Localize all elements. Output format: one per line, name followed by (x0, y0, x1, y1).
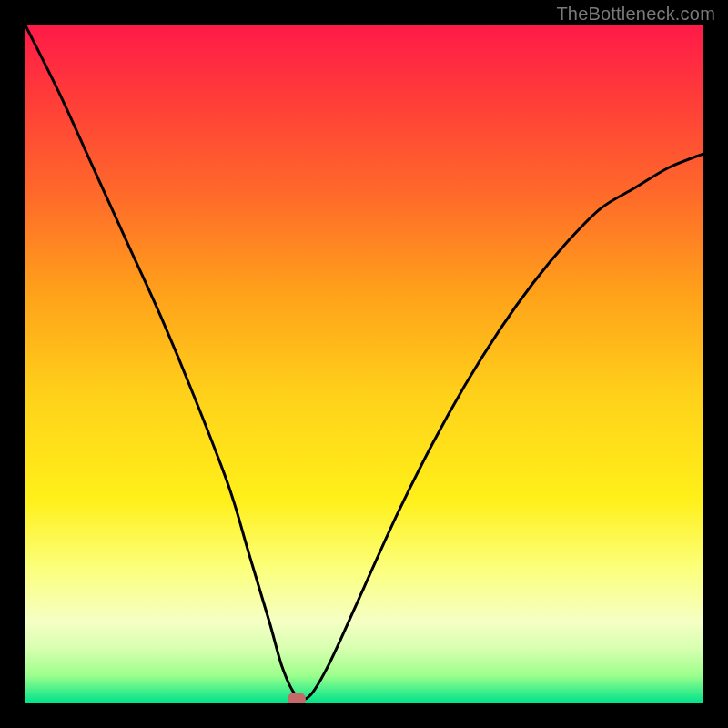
gradient-background (25, 25, 703, 703)
watermark-text: TheBottleneck.com (556, 4, 715, 25)
optimal-point-marker (288, 693, 306, 703)
chart-plot-area (25, 25, 703, 703)
chart-frame: TheBottleneck.com (0, 0, 728, 728)
